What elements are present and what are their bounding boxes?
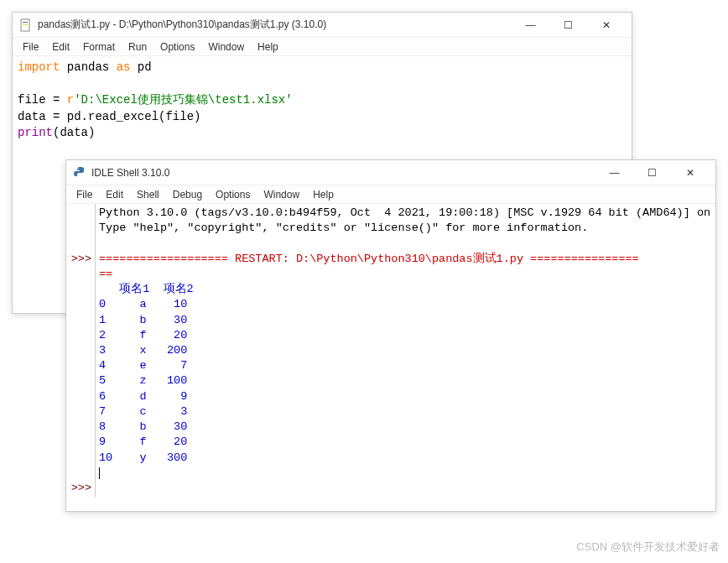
keyword-as: as [117, 60, 131, 74]
menu-window[interactable]: Window [201, 39, 251, 55]
svg-rect-2 [23, 24, 28, 25]
maximize-button[interactable]: ☐ [549, 13, 587, 37]
menu-file[interactable]: File [16, 39, 45, 55]
code-text: pandas [60, 60, 116, 74]
shell-menubar: File Edit Shell Debug Options Window Hel… [66, 185, 715, 204]
minimize-button[interactable]: — [512, 13, 549, 37]
code-text: data = pd.read_excel(file) [18, 110, 200, 123]
output-row: 10 y 300 [99, 451, 187, 464]
editor-window-controls: — ☐ ✕ [512, 13, 625, 37]
string-literal: 'D:\Excel使用技巧集锦\test1.xlsx' [74, 93, 292, 107]
banner-line: Python 3.10.0 (tags/v3.10.0:b494f59, Oct… [99, 206, 715, 219]
output-row: 0 a 10 [99, 298, 187, 310]
menu-format[interactable]: Format [76, 39, 122, 55]
output-row: 5 z 100 [99, 374, 187, 387]
output-row: 4 e 7 [99, 359, 187, 372]
output-row: 8 b 30 [99, 420, 187, 433]
close-button[interactable]: ✕ [587, 13, 625, 37]
output-row: 1 b 30 [99, 314, 187, 326]
menu-help[interactable]: Help [306, 187, 341, 202]
svg-rect-1 [23, 22, 28, 23]
python-shell-icon [73, 166, 86, 180]
editor-title: pandas测试1.py - D:\Python\Python310\panda… [38, 18, 512, 32]
editor-menubar: File Edit Format Run Options Window Help [13, 38, 632, 56]
output-row: 9 f 20 [99, 435, 187, 448]
svg-point-3 [77, 168, 78, 169]
menu-options[interactable]: Options [153, 39, 201, 55]
shell-gutter: >>> >>> [66, 204, 96, 498]
output-row: 3 x 200 [99, 344, 187, 357]
output-row: 2 f 20 [99, 329, 187, 341]
string-prefix: r [67, 93, 74, 107]
shell-output[interactable]: Python 3.10.0 (tags/v3.10.0:b494f59, Oct… [96, 204, 715, 498]
output-row: 7 c 3 [99, 405, 187, 418]
menu-debug[interactable]: Debug [166, 187, 209, 202]
banner-line: Type "help", "copyright", "credits" or "… [99, 222, 588, 234]
minimize-button[interactable]: — [595, 161, 633, 185]
close-button[interactable]: ✕ [671, 161, 709, 185]
shell-window: IDLE Shell 3.10.0 — ☐ ✕ File Edit Shell … [65, 159, 716, 512]
builtin-print: print [18, 126, 53, 139]
code-text: file = [18, 93, 67, 107]
output-header: 项名1 项名2 [99, 283, 194, 295]
text-cursor [99, 467, 100, 479]
prompt: >>> [71, 482, 91, 494]
menu-shell[interactable]: Shell [130, 187, 166, 202]
menu-options[interactable]: Options [209, 187, 257, 202]
python-file-icon [19, 18, 33, 32]
restart-line: == [99, 268, 112, 280]
restart-line: =================== RESTART: D:\Python\P… [99, 253, 639, 265]
menu-help[interactable]: Help [251, 39, 285, 55]
menu-edit[interactable]: Edit [99, 187, 130, 202]
shell-window-controls: — ☐ ✕ [595, 161, 709, 185]
watermark: CSDN @软件开发技术爱好者 [576, 540, 720, 555]
menu-file[interactable]: File [70, 187, 99, 202]
code-text: pd [130, 60, 151, 74]
menu-run[interactable]: Run [122, 39, 153, 55]
prompt: >>> [71, 253, 91, 265]
code-editor[interactable]: import pandas as pd file = r'D:\Excel使用技… [13, 56, 632, 145]
output-row: 6 d 9 [99, 390, 187, 403]
shell-titlebar: IDLE Shell 3.10.0 — ☐ ✕ [66, 160, 715, 185]
editor-titlebar: pandas测试1.py - D:\Python\Python310\panda… [13, 13, 632, 38]
shell-body: >>> >>> Python 3.10.0 (tags/v3.10.0:b494… [66, 204, 715, 498]
code-text: (data) [53, 126, 95, 139]
keyword-import: import [18, 60, 60, 74]
shell-title: IDLE Shell 3.10.0 [91, 167, 595, 179]
maximize-button[interactable]: ☐ [633, 161, 671, 185]
menu-edit[interactable]: Edit [45, 39, 76, 55]
menu-window[interactable]: Window [257, 187, 306, 202]
